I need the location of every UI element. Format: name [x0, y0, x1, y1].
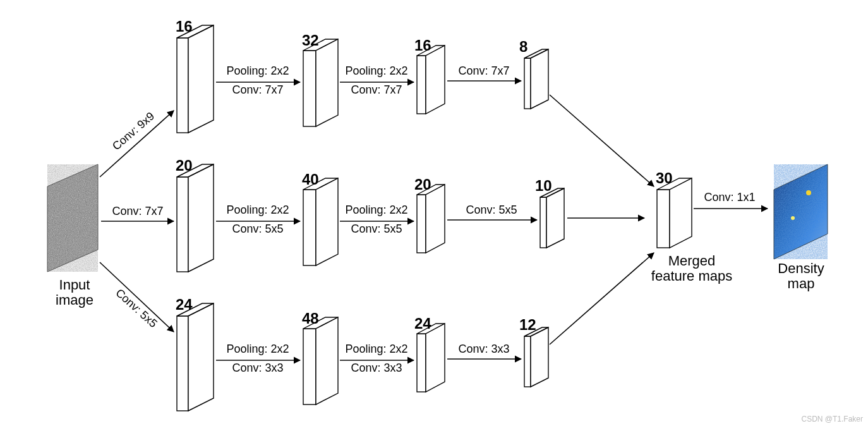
r3-op-in: Conv: 5x5 [113, 286, 160, 330]
svg-point-61 [791, 216, 795, 220]
input-label-2: image [56, 292, 93, 308]
svg-marker-8 [316, 39, 338, 126]
r1-c3: 16 [414, 37, 431, 54]
svg-marker-42 [316, 317, 338, 405]
r1-op12b: Conv: 7x7 [232, 83, 283, 96]
mcnn-diagram: Input image 16 32 16 8 Conv: 9x9 Pooli [0, 0, 868, 426]
r1-block3 [417, 46, 445, 114]
merged-l2: feature maps [651, 268, 732, 284]
r3-block4 [524, 327, 548, 387]
r2-c1: 20 [176, 157, 193, 174]
r1-block2 [303, 39, 338, 126]
svg-marker-11 [426, 46, 445, 114]
svg-rect-9 [417, 56, 426, 114]
svg-rect-20 [177, 177, 188, 272]
svg-marker-56 [670, 178, 692, 248]
svg-line-19 [550, 95, 654, 186]
density-map [774, 164, 828, 259]
r2-op23b: Conv: 5x5 [351, 222, 402, 235]
input-label-1: Input [59, 277, 90, 293]
final-op: Conv: 1x1 [704, 191, 755, 204]
r1-c1: 16 [176, 18, 193, 35]
r1-op23b: Conv: 7x7 [351, 83, 402, 96]
svg-rect-29 [540, 197, 546, 248]
r1-c2: 32 [302, 32, 319, 49]
svg-rect-26 [417, 195, 426, 253]
r3-c3: 24 [414, 315, 431, 332]
svg-marker-59 [774, 164, 828, 259]
r1-c4: 8 [519, 38, 527, 55]
svg-rect-6 [303, 51, 316, 126]
svg-rect-54 [657, 190, 670, 248]
svg-rect-3 [177, 38, 188, 133]
r3-c4: 12 [519, 316, 536, 333]
svg-line-49 [100, 262, 174, 332]
r3-block1 [177, 303, 214, 411]
r2-op23a: Pooling: 2x2 [345, 204, 407, 216]
svg-marker-5 [188, 25, 214, 133]
watermark: CSDN @T1.Faker [801, 415, 863, 423]
r3-block3 [417, 324, 445, 392]
r3-op12b: Conv: 3x3 [232, 362, 283, 374]
r2-op-in: Conv: 7x7 [112, 205, 163, 217]
r2-op34: Conv: 5x5 [466, 204, 517, 216]
svg-marker-28 [426, 185, 445, 253]
svg-rect-43 [417, 334, 426, 392]
r1-op12a: Pooling: 2x2 [226, 64, 289, 77]
r3-op12a: Pooling: 2x2 [226, 343, 289, 355]
merged-l1: Merged [668, 253, 716, 269]
svg-marker-39 [188, 303, 214, 411]
svg-line-53 [550, 253, 654, 344]
svg-rect-37 [177, 316, 188, 411]
r2-block3 [417, 185, 445, 253]
r2-block1 [177, 164, 214, 272]
r2-op12b: Conv: 5x5 [232, 222, 283, 235]
r1-block1 [177, 25, 214, 133]
svg-marker-25 [316, 178, 338, 265]
density-l1: Density [778, 260, 824, 276]
r3-op34: Conv: 3x3 [458, 343, 509, 355]
density-l2: map [788, 276, 815, 291]
r3-block2 [303, 317, 338, 405]
r2-c4: 10 [535, 177, 552, 194]
r3-op23a: Pooling: 2x2 [345, 343, 407, 355]
merged-block [657, 178, 692, 248]
r2-c3: 20 [414, 176, 431, 193]
r1-block4 [524, 49, 548, 109]
svg-rect-23 [303, 190, 316, 265]
r2-block4 [540, 188, 564, 248]
svg-marker-1 [47, 164, 98, 272]
svg-marker-45 [426, 324, 445, 392]
r3-c1: 24 [176, 296, 193, 313]
r2-op12a: Pooling: 2x2 [226, 204, 289, 216]
svg-marker-48 [531, 327, 548, 387]
input-image [47, 164, 98, 272]
r1-op34: Conv: 7x7 [458, 64, 509, 77]
svg-marker-14 [531, 49, 548, 109]
r1-op23a: Pooling: 2x2 [345, 64, 407, 77]
svg-point-60 [806, 190, 811, 195]
merged-c: 30 [656, 169, 673, 186]
svg-rect-12 [524, 58, 531, 109]
svg-marker-31 [546, 188, 564, 248]
svg-rect-40 [303, 329, 316, 405]
r3-c2: 48 [302, 310, 319, 327]
r2-c2: 40 [302, 171, 319, 188]
r3-op23b: Conv: 3x3 [351, 362, 402, 374]
svg-rect-46 [524, 336, 531, 387]
svg-marker-22 [188, 164, 214, 272]
r2-block2 [303, 178, 338, 265]
